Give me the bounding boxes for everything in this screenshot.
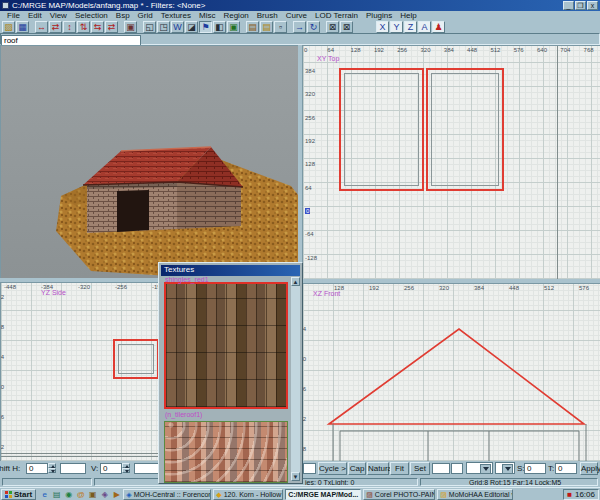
menu-textures[interactable]: Textures (157, 11, 195, 20)
s-value[interactable]: 0 (524, 463, 546, 474)
lock-y-button[interactable]: Y (390, 21, 403, 33)
shift-v-step[interactable] (134, 463, 160, 474)
lock-z-button[interactable]: Z (404, 21, 417, 33)
shift-h-spinner[interactable] (48, 463, 56, 474)
start-button[interactable]: Start (1, 489, 36, 500)
shift-h-value[interactable]: 0 (26, 463, 48, 474)
texture-browse-button[interactable]: ▤ (246, 21, 259, 33)
clipper-button[interactable]: ◧ (213, 21, 226, 33)
menu-curve[interactable]: Curve (282, 11, 311, 20)
scroll-down-icon[interactable]: ▼ (291, 472, 300, 481)
xz-front-viewport[interactable]: XZ Front 1281922563203844485125766403843… (302, 283, 600, 461)
tray-app-icon[interactable]: ■ (567, 490, 572, 499)
textures-window[interactable]: Textures shingles_red1 (n_tileroof1) ▲ ▼ (158, 262, 303, 484)
free-rotation-button[interactable]: ↻ (307, 21, 320, 33)
task-button-3[interactable]: C:/MRGE MAP/Mod... (285, 489, 361, 500)
menu-grid[interactable]: Grid (134, 11, 157, 20)
ruler-tick-left: 192 (305, 138, 315, 144)
texture-thumb-shingles-selected[interactable] (164, 282, 288, 409)
brush-outline-roof-left[interactable] (339, 68, 424, 191)
fit-button[interactable]: Fit (390, 462, 409, 475)
scroll-up-icon[interactable]: ▲ (291, 277, 300, 286)
xy-top-viewport[interactable]: XY Top 064128192256320384448512576640704… (302, 45, 600, 279)
quick-launch-folder-icon[interactable]: ▣ (87, 489, 98, 500)
camera-change-button[interactable]: ◳ (157, 21, 170, 33)
model-entity-button[interactable]: ♟ (432, 21, 445, 33)
task-button-4[interactable]: ▨Corel PHOTO-PAINT 8 - [.. (363, 489, 435, 500)
texture-view-button[interactable]: ◪ (185, 21, 198, 33)
surface-dropdown-2[interactable] (495, 462, 515, 474)
surface-dropdown-1[interactable] (466, 462, 493, 474)
complete-tall-button[interactable]: ▣ (124, 21, 137, 33)
t-value[interactable]: 0 (555, 463, 577, 474)
entity-color-button[interactable]: ▣ (227, 21, 240, 33)
mirror-x-button[interactable]: ⇄ (49, 21, 62, 33)
ruler-tick-top: 384 (444, 47, 454, 53)
set-button[interactable]: Set (410, 462, 430, 475)
menu-bsp[interactable]: Bsp (112, 11, 134, 20)
brush-outline-roof-right[interactable] (426, 68, 504, 191)
quick-launch-mail-icon[interactable]: @ (75, 489, 86, 500)
shift-v-value[interactable]: 0 (100, 463, 122, 474)
texture-lock-button[interactable]: ▤ (260, 21, 273, 33)
task-button-1[interactable]: ◈MOH-Central :: Forencom... (123, 489, 211, 500)
shift-h-step[interactable] (60, 463, 86, 474)
toolbar: ▨▦↔⇄↕⇅⇆⇄▣◱◳W◪⚑◧▣▤▤▫→↻⊠⊠XYZA♟ (0, 20, 600, 33)
menu-selection[interactable]: Selection (71, 11, 112, 20)
apply-button[interactable]: Apply (580, 462, 598, 475)
t-label: T: (548, 464, 554, 473)
menu-brush[interactable]: Brush (253, 11, 282, 20)
brush-outline-side[interactable] (113, 339, 159, 379)
texture-label-tileroof: (n_tileroof1) (165, 411, 202, 419)
selection-flag-button[interactable]: ⚑ (199, 21, 212, 33)
task-button-5[interactable]: ▨MoMoHAA Editorial v2.50 (437, 489, 513, 500)
save-button[interactable]: ▦ (16, 21, 29, 33)
surface-field-1[interactable] (432, 463, 450, 474)
camera-viewport[interactable] (0, 45, 298, 278)
mirror-y-button[interactable]: ⇅ (77, 21, 90, 33)
flip-y-button[interactable]: ↕ (63, 21, 76, 33)
cycle-button[interactable]: Cycle > (318, 462, 347, 475)
flip-z-button[interactable]: ⇆ (91, 21, 104, 33)
toolbar-gap (354, 21, 376, 33)
quick-launch-ie-icon[interactable]: e (39, 489, 50, 500)
quick-launch-paint-icon[interactable]: ◈ (99, 489, 110, 500)
menu-view[interactable]: View (46, 11, 71, 20)
menu-lod-terrain[interactable]: LOD Terrain (311, 11, 362, 20)
cap-button[interactable]: Cap (348, 462, 366, 475)
quick-launch-desktop-icon[interactable]: ▤ (51, 489, 62, 500)
dont-select-model-button[interactable]: ▫ (274, 21, 287, 33)
minimize-button[interactable]: _ (563, 1, 574, 10)
textures-window-titlebar[interactable]: Textures (161, 265, 300, 276)
lock-x-button[interactable]: X (376, 21, 389, 33)
cursor-arrow-button[interactable]: → (293, 21, 306, 33)
flip-x-button[interactable]: ↔ (35, 21, 48, 33)
maximize-button[interactable]: ❐ (575, 1, 586, 10)
show-window-button[interactable]: ⊠ (340, 21, 353, 33)
menu-edit[interactable]: Edit (24, 11, 46, 20)
menu-region[interactable]: Region (219, 11, 252, 20)
texture-thumb-tileroof[interactable] (164, 421, 288, 483)
task-button-2[interactable]: ◆120. Korn - Hollow Life -... (213, 489, 283, 500)
wireframe-button[interactable]: W (171, 21, 184, 33)
title-bar[interactable]: C:/MRGE MAP/Models/anfang.map * - Filter… (0, 0, 600, 11)
textures-scrollbar[interactable]: ▲ ▼ (291, 277, 300, 481)
menu-file[interactable]: File (3, 11, 24, 20)
menu-misc[interactable]: Misc (195, 11, 219, 20)
quick-launch-browser-icon[interactable]: ▶ (111, 489, 122, 500)
hide-window-button[interactable]: ⊠ (326, 21, 339, 33)
ruler-tick-left: 320 (0, 384, 4, 390)
close-button[interactable]: x (587, 1, 598, 10)
shift-v-spinner[interactable] (122, 463, 130, 474)
natural-button[interactable]: Natural (367, 462, 389, 475)
open-button[interactable]: ▨ (2, 21, 15, 33)
menu-plugins[interactable]: Plugins (362, 11, 396, 20)
menu-help[interactable]: Help (396, 11, 420, 20)
view-change-button[interactable]: ◱ (143, 21, 156, 33)
mini-field[interactable] (303, 463, 316, 474)
quick-launch-media-icon[interactable]: ◉ (63, 489, 74, 500)
mirror-z-button[interactable]: ⇄ (105, 21, 118, 33)
ruler-tick-top: 256 (397, 47, 407, 53)
autocaulk-button[interactable]: A (418, 21, 431, 33)
surface-field-2[interactable] (451, 463, 463, 474)
